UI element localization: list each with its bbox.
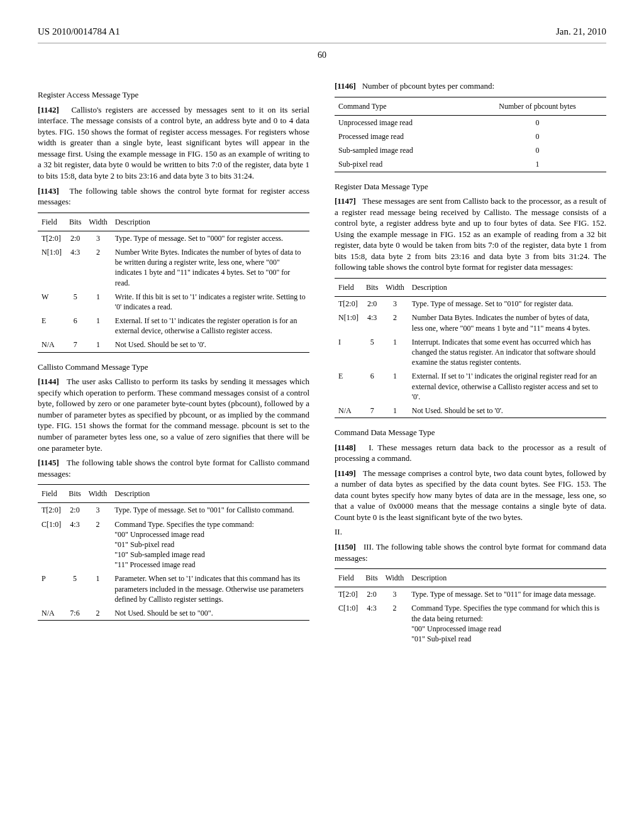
col-header: Description bbox=[111, 213, 309, 231]
section-title-command-data: Command Data Message Type bbox=[335, 427, 606, 438]
col-header: Description bbox=[111, 485, 309, 503]
col-header: Bits bbox=[65, 485, 84, 503]
table-row: I 5 1 Interrupt. Indicates that some eve… bbox=[335, 335, 606, 370]
col-header: Field bbox=[38, 213, 65, 231]
table-row: P 5 1 Parameter. When set to '1' indicat… bbox=[38, 572, 309, 606]
para-num: [1144] bbox=[38, 377, 59, 386]
page-header: US 2010/0014784 A1 Jan. 21, 2010 bbox=[38, 25, 606, 43]
para-1148: [1148] I. These messages return data bac… bbox=[335, 442, 606, 464]
col-header: Number of pbcount bytes bbox=[469, 97, 606, 115]
table-row: N/A 7 1 Not Used. Should be set to '0'. bbox=[38, 338, 309, 352]
table-row: T[2:0] 2:0 3 Type. Type of message. Set … bbox=[335, 297, 606, 311]
para-text: The following table shows the control by… bbox=[38, 458, 309, 479]
table-callisto-command-control-byte: Field Bits Width Description T[2:0] 2:0 … bbox=[38, 484, 309, 621]
para-text: Number of pbcount bytes per command: bbox=[362, 81, 494, 91]
para-1147: [1147] These messages are sent from Call… bbox=[335, 196, 606, 273]
left-column: Register Access Message Type [1142] Call… bbox=[38, 80, 309, 646]
para-text: The user asks Callisto to perform its ta… bbox=[38, 377, 309, 452]
table-header-row: Field Bits Width Description bbox=[335, 569, 606, 587]
col-header: Field bbox=[335, 279, 362, 297]
section-title-register-data: Register Data Message Type bbox=[335, 181, 606, 192]
pub-number: US 2010/0014784 A1 bbox=[38, 25, 120, 38]
table-row: T[2:0] 2:0 3 Type. Type of message. Set … bbox=[335, 587, 606, 602]
table-register-access-control-byte: Field Bits Width Description T[2:0] 2:0 … bbox=[38, 213, 309, 353]
para-text: These messages are sent from Callisto ba… bbox=[335, 196, 606, 272]
table-row: Sub-pixel read 1 bbox=[335, 157, 606, 172]
table-register-data-control-byte: Field Bits Width Description T[2:0] 2:0 … bbox=[335, 278, 606, 418]
para-num: [1147] bbox=[335, 196, 356, 206]
para-1145: [1145] The following table shows the con… bbox=[38, 457, 309, 479]
col-header: Bits bbox=[362, 569, 381, 587]
para-num: [1149] bbox=[335, 468, 356, 478]
para-text: The following table shows the control by… bbox=[38, 186, 309, 207]
col-header: Width bbox=[85, 213, 111, 231]
para-num: [1150] bbox=[335, 542, 356, 551]
col-header: Description bbox=[408, 569, 606, 587]
para-ii: II. bbox=[335, 526, 606, 538]
para-text: I. These messages return data back to th… bbox=[335, 443, 606, 463]
table-row: Unprocessed image read 0 bbox=[335, 115, 606, 130]
para-1142: [1142] Callisto's registers are accessed… bbox=[38, 104, 309, 182]
para-num: [1146] bbox=[335, 81, 356, 91]
table-header-row: Command Type Number of pbcount bytes bbox=[335, 97, 606, 115]
table-row: N[1:0] 4:3 2 Number Write Bytes. Indicat… bbox=[38, 245, 309, 290]
col-header: Width bbox=[382, 279, 408, 297]
table-row: N/A 7:6 2 Not Used. Should be set to "00… bbox=[38, 606, 309, 621]
para-1143: [1143] The following table shows the con… bbox=[38, 185, 309, 208]
para-1150: [1150] III. The following table shows th… bbox=[335, 541, 606, 563]
para-1144: [1144] The user asks Callisto to perform… bbox=[38, 376, 309, 453]
pub-date: Jan. 21, 2010 bbox=[556, 25, 606, 38]
col-header: Field bbox=[335, 569, 362, 587]
para-num: [1142] bbox=[38, 105, 59, 114]
table-row: N[1:0] 4:3 2 Number Data Bytes. Indicate… bbox=[335, 311, 606, 335]
table-row: Processed image read 0 bbox=[335, 130, 606, 143]
table-row: C[1:0] 4:3 2 Command Type. Specifies the… bbox=[335, 601, 606, 646]
col-header: Bits bbox=[65, 213, 85, 231]
col-header: Width bbox=[85, 485, 111, 503]
section-title-register-access: Register Access Message Type bbox=[38, 89, 309, 101]
para-num: [1145] bbox=[38, 458, 59, 467]
col-header: Field bbox=[38, 485, 65, 503]
table-row: T[2:0] 2:0 3 Type. Type of message. Set … bbox=[38, 231, 309, 245]
table-row: N/A 7 1 Not Used. Should be set to '0'. bbox=[335, 404, 606, 418]
para-text: Callisto's registers are accessed by mes… bbox=[38, 105, 309, 180]
table-row: E 6 1 External. If set to '1' indicates … bbox=[38, 314, 309, 338]
page-number: 60 bbox=[38, 50, 606, 62]
table-row: E 6 1 External. If set to '1' indicates … bbox=[335, 369, 606, 404]
table-row: T[2:0] 2:0 3 Type. Type of message. Set … bbox=[38, 503, 309, 517]
col-header: Bits bbox=[362, 279, 382, 297]
para-num: [1143] bbox=[38, 186, 59, 196]
two-column-layout: Register Access Message Type [1142] Call… bbox=[38, 80, 606, 646]
para-num: [1148] bbox=[335, 443, 356, 452]
para-1149: [1149] The message comprises a control b… bbox=[335, 468, 606, 523]
para-text: The message comprises a control byte, tw… bbox=[335, 468, 606, 522]
para-text: III. The following table shows the contr… bbox=[335, 542, 606, 563]
section-title-callisto-command: Callisto Command Message Type bbox=[38, 362, 309, 373]
table-row: Sub-sampled image read 0 bbox=[335, 143, 606, 157]
table-header-row: Field Bits Width Description bbox=[38, 213, 309, 231]
para-1146: [1146] Number of pbcount bytes per comma… bbox=[335, 80, 606, 92]
table-command-data-control-byte: Field Bits Width Description T[2:0] 2:0 … bbox=[335, 568, 606, 646]
col-header: Description bbox=[408, 279, 606, 297]
table-row: C[1:0] 4:3 2 Command Type. Specifies the… bbox=[38, 517, 309, 572]
table-header-row: Field Bits Width Description bbox=[335, 279, 606, 297]
table-row: W 5 1 Write. If this bit is set to '1' i… bbox=[38, 290, 309, 314]
col-header: Width bbox=[382, 569, 408, 587]
table-pbcount-bytes: Command Type Number of pbcount bytes Unp… bbox=[335, 97, 606, 172]
col-header: Command Type bbox=[335, 97, 469, 115]
right-column: [1146] Number of pbcount bytes per comma… bbox=[335, 80, 606, 646]
table-header-row: Field Bits Width Description bbox=[38, 485, 309, 503]
